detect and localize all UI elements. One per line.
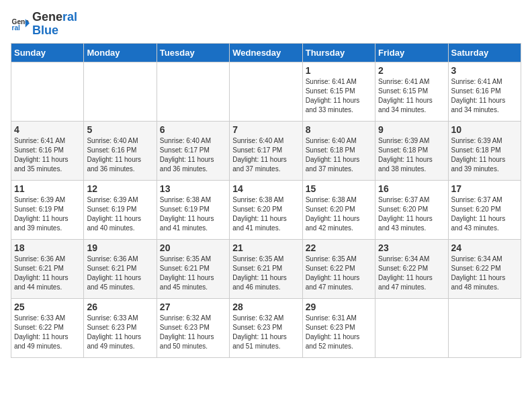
day-info: Sunrise: 6:41 AM Sunset: 6:16 PM Dayligh… <box>14 136 81 174</box>
calendar-cell: 13Sunrise: 6:38 AM Sunset: 6:19 PM Dayli… <box>157 180 229 239</box>
calendar-cell: 24Sunrise: 6:34 AM Sunset: 6:22 PM Dayli… <box>448 239 521 298</box>
day-number: 3 <box>451 65 518 76</box>
day-info: Sunrise: 6:35 AM Sunset: 6:21 PM Dayligh… <box>160 255 226 292</box>
logo: Gene ral General Blue <box>11 11 77 38</box>
day-info: Sunrise: 6:40 AM Sunset: 6:18 PM Dayligh… <box>306 136 372 174</box>
day-info: Sunrise: 6:39 AM Sunset: 6:18 PM Dayligh… <box>378 136 445 174</box>
day-info: Sunrise: 6:40 AM Sunset: 6:17 PM Dayligh… <box>160 136 226 174</box>
day-info: Sunrise: 6:40 AM Sunset: 6:16 PM Dayligh… <box>87 136 153 174</box>
day-info: Sunrise: 6:38 AM Sunset: 6:20 PM Dayligh… <box>232 195 299 233</box>
day-number: 16 <box>378 183 445 194</box>
day-number: 22 <box>306 242 372 253</box>
calendar-cell <box>230 62 302 121</box>
day-info: Sunrise: 6:41 AM Sunset: 6:15 PM Dayligh… <box>306 77 372 115</box>
day-info: Sunrise: 6:32 AM Sunset: 6:23 PM Dayligh… <box>160 314 226 351</box>
calendar-table: SundayMondayTuesdayWednesdayThursdayFrid… <box>11 43 521 358</box>
day-info: Sunrise: 6:40 AM Sunset: 6:17 PM Dayligh… <box>232 136 299 174</box>
calendar-cell: 22Sunrise: 6:35 AM Sunset: 6:22 PM Dayli… <box>302 239 375 298</box>
calendar-cell: 19Sunrise: 6:36 AM Sunset: 6:21 PM Dayli… <box>84 239 157 298</box>
col-header-sunday: Sunday <box>11 43 84 62</box>
svg-text:ral: ral <box>12 24 21 32</box>
calendar-cell: 21Sunrise: 6:35 AM Sunset: 6:21 PM Dayli… <box>230 239 302 298</box>
day-info: Sunrise: 6:37 AM Sunset: 6:20 PM Dayligh… <box>451 195 518 233</box>
day-number: 14 <box>232 183 299 194</box>
day-number: 23 <box>378 242 445 253</box>
day-info: Sunrise: 6:39 AM Sunset: 6:18 PM Dayligh… <box>451 136 518 174</box>
day-number: 1 <box>306 65 372 76</box>
day-info: Sunrise: 6:35 AM Sunset: 6:22 PM Dayligh… <box>306 255 372 292</box>
day-number: 27 <box>160 302 226 312</box>
calendar-cell: 5Sunrise: 6:40 AM Sunset: 6:16 PM Daylig… <box>84 121 157 180</box>
calendar-cell: 14Sunrise: 6:38 AM Sunset: 6:20 PM Dayli… <box>230 180 302 239</box>
calendar-cell: 4Sunrise: 6:41 AM Sunset: 6:16 PM Daylig… <box>11 121 84 180</box>
col-header-friday: Friday <box>375 43 448 62</box>
calendar-cell <box>84 62 157 121</box>
calendar-cell: 20Sunrise: 6:35 AM Sunset: 6:21 PM Dayli… <box>157 239 229 298</box>
day-info: Sunrise: 6:39 AM Sunset: 6:19 PM Dayligh… <box>14 195 81 233</box>
day-number: 15 <box>306 183 372 194</box>
day-number: 25 <box>14 302 81 312</box>
calendar-cell <box>375 298 448 357</box>
day-info: Sunrise: 6:38 AM Sunset: 6:20 PM Dayligh… <box>306 195 372 233</box>
day-info: Sunrise: 6:34 AM Sunset: 6:22 PM Dayligh… <box>378 255 445 292</box>
day-info: Sunrise: 6:41 AM Sunset: 6:15 PM Dayligh… <box>378 77 445 115</box>
calendar-cell: 18Sunrise: 6:36 AM Sunset: 6:21 PM Dayli… <box>11 239 84 298</box>
calendar-cell: 10Sunrise: 6:39 AM Sunset: 6:18 PM Dayli… <box>448 121 521 180</box>
calendar-cell <box>448 298 521 357</box>
day-number: 9 <box>378 124 445 135</box>
day-number: 24 <box>451 242 518 253</box>
calendar-cell: 9Sunrise: 6:39 AM Sunset: 6:18 PM Daylig… <box>375 121 448 180</box>
calendar-cell: 27Sunrise: 6:32 AM Sunset: 6:23 PM Dayli… <box>157 298 229 357</box>
day-info: Sunrise: 6:35 AM Sunset: 6:21 PM Dayligh… <box>232 255 299 292</box>
day-number: 29 <box>306 302 372 312</box>
day-info: Sunrise: 6:36 AM Sunset: 6:21 PM Dayligh… <box>87 255 153 292</box>
day-number: 13 <box>160 183 226 194</box>
calendar-cell <box>157 62 229 121</box>
day-number: 4 <box>14 124 81 135</box>
calendar-cell: 8Sunrise: 6:40 AM Sunset: 6:18 PM Daylig… <box>302 121 375 180</box>
day-info: Sunrise: 6:34 AM Sunset: 6:22 PM Dayligh… <box>451 255 518 292</box>
day-info: Sunrise: 6:41 AM Sunset: 6:16 PM Dayligh… <box>451 77 518 115</box>
calendar-cell: 2Sunrise: 6:41 AM Sunset: 6:15 PM Daylig… <box>375 62 448 121</box>
day-number: 17 <box>451 183 518 194</box>
calendar-cell: 12Sunrise: 6:39 AM Sunset: 6:19 PM Dayli… <box>84 180 157 239</box>
day-number: 26 <box>87 302 153 312</box>
day-number: 11 <box>14 183 81 194</box>
day-info: Sunrise: 6:38 AM Sunset: 6:19 PM Dayligh… <box>160 195 226 233</box>
day-info: Sunrise: 6:33 AM Sunset: 6:22 PM Dayligh… <box>14 314 81 351</box>
calendar-cell: 15Sunrise: 6:38 AM Sunset: 6:20 PM Dayli… <box>302 180 375 239</box>
calendar-cell: 7Sunrise: 6:40 AM Sunset: 6:17 PM Daylig… <box>230 121 302 180</box>
day-info: Sunrise: 6:36 AM Sunset: 6:21 PM Dayligh… <box>14 255 81 292</box>
day-number: 18 <box>14 242 81 253</box>
col-header-wednesday: Wednesday <box>230 43 302 62</box>
calendar-cell: 3Sunrise: 6:41 AM Sunset: 6:16 PM Daylig… <box>448 62 521 121</box>
calendar-cell: 29Sunrise: 6:31 AM Sunset: 6:23 PM Dayli… <box>302 298 375 357</box>
logo-icon: Gene ral <box>11 15 30 34</box>
day-info: Sunrise: 6:39 AM Sunset: 6:19 PM Dayligh… <box>87 195 153 233</box>
col-header-tuesday: Tuesday <box>157 43 229 62</box>
day-info: Sunrise: 6:37 AM Sunset: 6:20 PM Dayligh… <box>378 195 445 233</box>
col-header-monday: Monday <box>84 43 157 62</box>
day-info: Sunrise: 6:31 AM Sunset: 6:23 PM Dayligh… <box>306 314 372 351</box>
logo-text: General Blue <box>32 11 77 38</box>
day-number: 8 <box>306 124 372 135</box>
calendar-cell: 23Sunrise: 6:34 AM Sunset: 6:22 PM Dayli… <box>375 239 448 298</box>
day-number: 10 <box>451 124 518 135</box>
page-header: Gene ral General Blue <box>11 11 521 38</box>
day-number: 2 <box>378 65 445 76</box>
calendar-cell: 26Sunrise: 6:33 AM Sunset: 6:23 PM Dayli… <box>84 298 157 357</box>
day-number: 5 <box>87 124 153 135</box>
day-info: Sunrise: 6:32 AM Sunset: 6:23 PM Dayligh… <box>232 314 299 351</box>
calendar-cell: 6Sunrise: 6:40 AM Sunset: 6:17 PM Daylig… <box>157 121 229 180</box>
calendar-cell: 17Sunrise: 6:37 AM Sunset: 6:20 PM Dayli… <box>448 180 521 239</box>
day-number: 12 <box>87 183 153 194</box>
day-number: 7 <box>232 124 299 135</box>
day-number: 19 <box>87 242 153 253</box>
calendar-cell <box>11 62 84 121</box>
day-number: 21 <box>232 242 299 253</box>
calendar-cell: 16Sunrise: 6:37 AM Sunset: 6:20 PM Dayli… <box>375 180 448 239</box>
calendar-cell: 11Sunrise: 6:39 AM Sunset: 6:19 PM Dayli… <box>11 180 84 239</box>
day-number: 20 <box>160 242 226 253</box>
day-info: Sunrise: 6:33 AM Sunset: 6:23 PM Dayligh… <box>87 314 153 351</box>
calendar-cell: 25Sunrise: 6:33 AM Sunset: 6:22 PM Dayli… <box>11 298 84 357</box>
